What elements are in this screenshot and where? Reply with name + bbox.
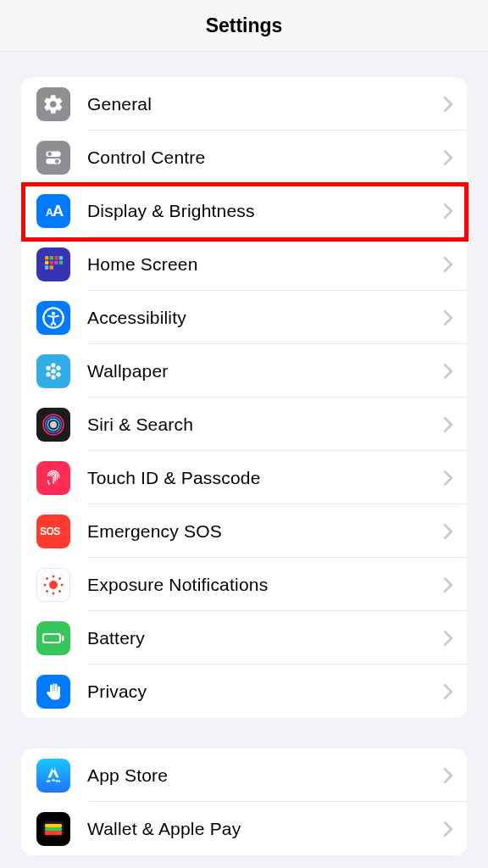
svg-point-33 — [61, 583, 64, 586]
settings-group-1: General Control Centre AA Display & Brig… — [21, 77, 467, 718]
chevron-right-icon — [443, 524, 453, 539]
chevron-right-icon — [443, 577, 453, 593]
svg-rect-7 — [50, 256, 53, 259]
settings-content: General Control Centre AA Display & Brig… — [0, 52, 488, 855]
svg-rect-40 — [62, 636, 64, 641]
svg-point-3 — [55, 159, 59, 163]
hand-icon — [36, 675, 70, 709]
chevron-right-icon — [443, 97, 453, 112]
svg-point-31 — [53, 575, 55, 577]
row-battery[interactable]: Battery — [21, 611, 467, 665]
chevron-right-icon — [443, 257, 453, 272]
chevron-right-icon — [443, 768, 453, 783]
svg-point-17 — [52, 311, 55, 314]
svg-point-28 — [50, 421, 57, 428]
row-home-screen-label: Home Screen — [87, 254, 443, 275]
row-accessibility[interactable]: Accessibility — [21, 291, 467, 344]
text-size-icon: AA — [36, 194, 70, 228]
svg-point-32 — [58, 577, 61, 580]
row-touch-id-label: Touch ID & Passcode — [87, 468, 443, 488]
svg-rect-14 — [45, 265, 48, 269]
header: Settings — [0, 0, 488, 52]
row-battery-label: Battery — [87, 628, 443, 648]
svg-point-35 — [53, 592, 55, 594]
sos-icon: SOS — [36, 515, 70, 548]
row-general[interactable]: General — [21, 77, 467, 131]
svg-rect-43 — [45, 824, 62, 827]
row-siri-search[interactable]: Siri & Search — [21, 398, 467, 451]
row-wallet-apple-pay[interactable]: Wallet & Apple Pay — [21, 802, 467, 855]
page-title: Settings — [206, 14, 283, 37]
svg-rect-45 — [45, 831, 62, 835]
svg-point-18 — [51, 369, 55, 373]
row-siri-search-label: Siri & Search — [87, 415, 443, 435]
chevron-right-icon — [443, 470, 453, 486]
svg-point-37 — [44, 583, 47, 586]
svg-rect-12 — [54, 260, 58, 264]
svg-rect-9 — [59, 256, 63, 259]
exposure-icon — [36, 568, 70, 602]
svg-rect-15 — [50, 265, 53, 269]
svg-rect-6 — [45, 256, 48, 259]
svg-point-20 — [56, 365, 60, 370]
siri-icon — [36, 408, 70, 442]
settings-group-2: App Store Wallet & Apple Pay — [21, 748, 467, 855]
svg-point-19 — [51, 363, 55, 367]
row-display-brightness-label: Display & Brightness — [87, 201, 443, 221]
row-exposure-notifications[interactable]: Exposure Notifications — [21, 558, 467, 611]
wallet-icon — [36, 812, 70, 846]
svg-rect-41 — [44, 635, 59, 642]
row-privacy-label: Privacy — [87, 682, 443, 702]
row-control-centre[interactable]: Control Centre — [21, 131, 467, 184]
chevron-right-icon — [443, 684, 453, 699]
svg-point-23 — [46, 372, 50, 376]
fingerprint-icon — [36, 461, 70, 495]
home-grid-icon — [36, 248, 70, 281]
row-emergency-sos-label: Emergency SOS — [87, 521, 443, 542]
svg-point-22 — [51, 375, 55, 379]
row-display-brightness[interactable]: AA Display & Brightness — [21, 184, 467, 237]
chevron-right-icon — [443, 310, 453, 326]
svg-point-30 — [49, 581, 58, 589]
row-app-store[interactable]: App Store — [21, 748, 467, 802]
flower-icon — [36, 354, 70, 388]
chevron-right-icon — [443, 203, 453, 219]
chevron-right-icon — [443, 150, 453, 165]
svg-point-36 — [46, 590, 48, 593]
svg-point-21 — [56, 372, 60, 376]
row-wallpaper-label: Wallpaper — [87, 361, 443, 381]
row-touch-id-passcode[interactable]: Touch ID & Passcode — [21, 451, 467, 504]
toggles-icon — [36, 141, 70, 175]
svg-point-1 — [47, 152, 52, 156]
svg-point-24 — [46, 365, 50, 370]
row-home-screen[interactable]: Home Screen — [21, 237, 467, 291]
battery-icon — [36, 621, 70, 655]
row-accessibility-label: Accessibility — [87, 308, 443, 328]
row-app-store-label: App Store — [87, 765, 443, 786]
row-privacy[interactable]: Privacy — [21, 665, 467, 718]
svg-rect-10 — [45, 260, 48, 264]
row-wallpaper[interactable]: Wallpaper — [21, 344, 467, 398]
svg-point-38 — [46, 577, 48, 580]
svg-rect-11 — [50, 260, 53, 264]
svg-point-34 — [58, 590, 61, 593]
chevron-right-icon — [443, 821, 453, 837]
accessibility-icon — [36, 301, 70, 335]
row-emergency-sos[interactable]: SOS Emergency SOS — [21, 504, 467, 558]
svg-text:SOS: SOS — [40, 526, 60, 537]
chevron-right-icon — [443, 631, 453, 646]
svg-rect-8 — [54, 256, 58, 259]
chevron-right-icon — [443, 417, 453, 432]
svg-text:A: A — [53, 201, 64, 219]
chevron-right-icon — [443, 364, 453, 379]
row-exposure-label: Exposure Notifications — [87, 575, 443, 595]
row-wallet-label: Wallet & Apple Pay — [87, 819, 443, 839]
gear-icon — [36, 87, 70, 121]
row-general-label: General — [87, 94, 443, 114]
app-store-icon — [36, 759, 70, 793]
svg-rect-44 — [45, 827, 62, 831]
row-control-centre-label: Control Centre — [87, 147, 443, 168]
svg-rect-13 — [59, 260, 63, 264]
